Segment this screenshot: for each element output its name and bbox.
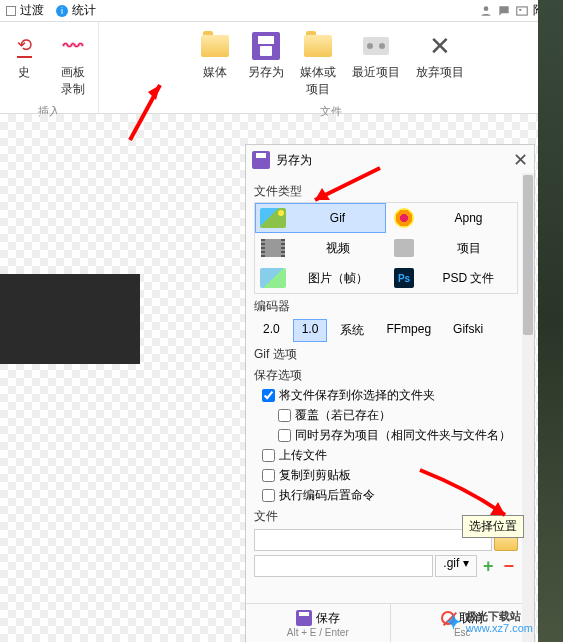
extension-select[interactable]: .gif ▾ [435,555,477,577]
project-icon [394,239,414,257]
opt-upload-label: 上传文件 [279,447,327,464]
add-button[interactable]: + [479,556,498,577]
mediaproj-label-1: 媒体或 [300,64,336,81]
type-apng[interactable]: Apng [386,203,517,233]
opt-save-project-label: 同时另存为项目（相同文件夹与文件名） [295,427,511,444]
gif-options-label[interactable]: Gif 选项 [254,346,518,363]
video-icon [261,239,285,257]
opt-save-folder-label: 将文件保存到你选择的文件夹 [279,387,435,404]
close-button[interactable]: ✕ [513,149,528,171]
image-icon[interactable] [515,4,529,18]
save-as-button[interactable]: 另存为 [240,26,292,102]
panel-body: 文件类型 Gif Apng 视频 项目 图片（帧） [246,175,534,603]
chat-icon[interactable] [497,4,511,18]
media-label: 媒体 [203,64,227,81]
file-type-label: 文件类型 [254,183,518,200]
tab-stats[interactable]: 统计 [72,2,96,19]
watermark-url: www.xz7.com [466,622,533,634]
checkbox-post-cmd[interactable] [262,489,275,502]
svg-rect-1 [517,6,528,14]
svg-point-0 [484,6,489,11]
gif-icon [260,208,286,228]
image-frame-icon [260,268,286,288]
opt-overwrite[interactable]: 覆盖（若已存在） [278,407,518,424]
info-icon: i [56,5,68,17]
wave-icon: 〰 [63,35,83,58]
file-type-grid: Gif Apng 视频 项目 图片（帧） Ps PSD 文件 [254,202,518,294]
save-button-hint: Alt + E / Enter [287,627,349,638]
filename-input[interactable] [254,555,433,577]
type-image[interactable]: 图片（帧） [255,263,386,293]
svg-point-2 [519,8,521,10]
tape-icon [363,37,389,55]
mediaproj-label-2: 项目 [306,81,330,98]
type-psd[interactable]: Ps PSD 文件 [386,263,517,293]
encoder-label: 编码器 [254,298,518,315]
checkbox-clipboard[interactable] [262,469,275,482]
ribbon-toolbar: ⟲ 史 〰 画板 录制 插入 媒体 另存为 媒体或 项目 [0,22,563,114]
save-icon [296,610,312,626]
opt-upload[interactable]: 上传文件 [262,447,518,464]
type-psd-label: PSD 文件 [425,270,512,287]
checkbox-save-folder[interactable] [262,389,275,402]
opt-overwrite-label: 覆盖（若已存在） [295,407,391,424]
watermark-logo: ✦ [445,610,462,634]
filename-row: .gif ▾ + − [254,555,518,577]
opt-clipboard[interactable]: 复制到剪贴板 [262,467,518,484]
opt-clipboard-label: 复制到剪贴板 [279,467,351,484]
transition-icon [6,6,16,16]
encoder-1-0[interactable]: 1.0 [293,319,328,342]
panel-title: 另存为 [276,152,312,169]
checkbox-upload[interactable] [262,449,275,462]
folder-icon [201,35,229,57]
tab-transition[interactable]: 过渡 [20,2,44,19]
discard-project-button[interactable]: ✕ 放弃项目 [408,26,472,102]
media-button[interactable]: 媒体 [190,26,240,102]
tooltip-choose-location: 选择位置 [462,515,524,538]
canvas-record-button[interactable]: 〰 画板 录制 [48,26,98,102]
ribbon-group-insert: ⟲ 史 〰 画板 录制 插入 [0,22,99,113]
recent-label: 最近项目 [352,64,400,81]
save-as-panel: 另存为 ✕ 文件类型 Gif Apng 视频 项目 [245,144,535,642]
canvas-label-2: 录制 [61,81,85,98]
save-options-label: 保存选项 [254,367,518,384]
top-tab-bar: 过渡 i 统计 附加 [0,0,563,22]
encoder-ffmpeg[interactable]: FFmpeg [377,319,440,342]
x-icon: ✕ [429,31,451,62]
history-button[interactable]: ⟲ 史 [0,26,48,102]
panel-header: 另存为 ✕ [246,145,534,175]
watermark: ✦ 极光下载站 www.xz7.com [445,610,533,634]
save-icon [252,151,270,169]
type-project[interactable]: 项目 [386,233,517,263]
opt-save-to-folder[interactable]: 将文件保存到你选择的文件夹 [262,387,518,404]
type-project-label: 项目 [425,240,512,257]
encoder-system[interactable]: 系统 [331,319,373,342]
save-button-label: 保存 [316,610,340,627]
psd-icon: Ps [394,268,414,288]
folder-path-input[interactable] [254,529,492,551]
recent-projects-button[interactable]: 最近项目 [344,26,408,102]
encoder-2-0[interactable]: 2.0 [254,319,289,342]
apng-icon [394,208,414,228]
media-or-project-button[interactable]: 媒体或 项目 [292,26,344,102]
type-gif-label: Gif [294,211,381,225]
user-icon[interactable] [479,4,493,18]
remove-button[interactable]: − [499,556,518,577]
watermark-name: 极光下载站 [466,610,533,622]
history-label: 史 [18,64,30,81]
opt-save-project[interactable]: 同时另存为项目（相同文件夹与文件名） [278,427,518,444]
background-image-strip [538,0,563,642]
type-apng-label: Apng [425,211,512,225]
type-gif[interactable]: Gif [255,203,386,233]
folder-icon [304,35,332,57]
type-video[interactable]: 视频 [255,233,386,263]
encoder-gifski[interactable]: Gifski [444,319,492,342]
canvas-label-1: 画板 [61,64,85,81]
save-button[interactable]: 保存 Alt + E / Enter [246,604,391,642]
opt-post-cmd[interactable]: 执行编码后置命令 [262,487,518,504]
ribbon-group-file: 媒体 另存为 媒体或 项目 最近项目 ✕ 放弃项目 文件 [99,22,563,113]
checkbox-overwrite[interactable] [278,409,291,422]
frame-preview[interactable] [0,274,140,364]
save-icon [252,32,280,60]
checkbox-save-project[interactable] [278,429,291,442]
